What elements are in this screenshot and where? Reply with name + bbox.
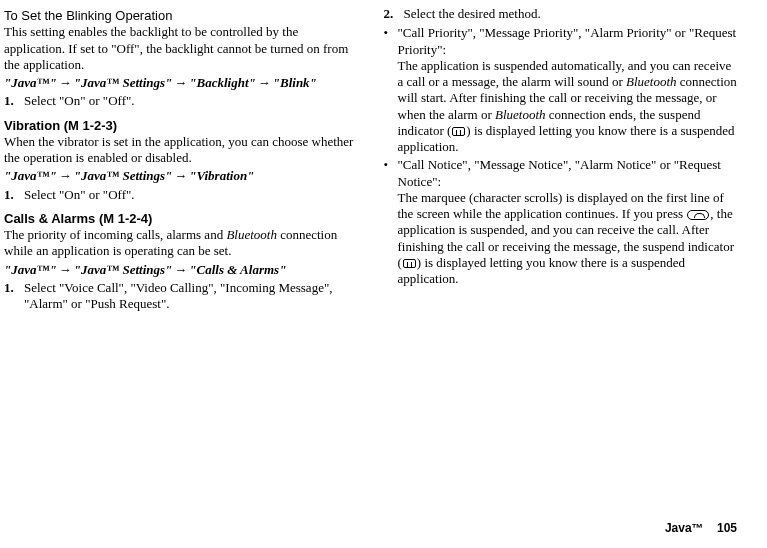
text: ) is displayed letting you know there is… (398, 255, 686, 286)
step-number: 2. (384, 6, 404, 22)
text: The priority of incoming calls, alarms a… (4, 227, 226, 242)
menu-code: (M 1-2-4) (95, 211, 152, 226)
step-number: 1. (4, 280, 24, 313)
list-item: 1. Select "On" or "Off". (4, 187, 358, 203)
heading-text: Vibration (4, 118, 60, 133)
path-seg: "Java™ Settings" (74, 168, 173, 183)
bluetooth-word: Bluetooth (626, 74, 677, 89)
path-seg: "Calls & Alarms" (189, 262, 286, 277)
blink-path: "Java™"→"Java™ Settings"→"Backlight"→"Bl… (4, 75, 358, 91)
calls-steps: 1. Select "Voice Call", "Video Calling",… (4, 280, 358, 313)
blink-title: To Set the Blinking Operation (4, 8, 358, 24)
text: "Call Priority", "Message Priority", "Al… (398, 25, 737, 56)
arrow-icon: → (57, 168, 74, 183)
arrow-icon: → (172, 262, 189, 277)
footer-label: Java™ (665, 521, 704, 535)
right-steps: 2. Select the desired method. (384, 6, 738, 22)
arrow-icon: → (172, 168, 189, 183)
suspend-icon (403, 259, 416, 268)
vibration-path: "Java™"→"Java™ Settings"→"Vibration" (4, 168, 358, 184)
call-key-icon (687, 210, 709, 220)
text: "Call Notice", "Message Notice", "Alarm … (398, 157, 721, 188)
right-column: 2. Select the desired method. • "Call Pr… (384, 6, 738, 315)
path-seg: "Java™ Settings" (74, 75, 173, 90)
step-text: Select the desired method. (404, 6, 541, 22)
bullet-icon: • (384, 25, 398, 155)
list-item: 2. Select the desired method. (384, 6, 738, 22)
heading-text: Calls & Alarms (4, 211, 95, 226)
blink-steps: 1. Select "On" or "Off". (4, 93, 358, 109)
path-seg: "Java™" (4, 262, 57, 277)
vibration-steps: 1. Select "On" or "Off". (4, 187, 358, 203)
path-seg: "Java™" (4, 75, 57, 90)
arrow-icon: → (256, 75, 273, 90)
bullet-icon: • (384, 157, 398, 287)
page-footer: Java™ 105 (665, 521, 737, 536)
menu-code: (M 1-2-3) (60, 118, 117, 133)
step-text: Select "On" or "Off". (24, 187, 135, 203)
list-item: • "Call Priority", "Message Priority", "… (384, 25, 738, 155)
arrow-icon: → (57, 262, 74, 277)
bluetooth-word: Bluetooth (495, 107, 546, 122)
step-number: 1. (4, 187, 24, 203)
vibration-desc: When the vibrator is set in the applicat… (4, 134, 358, 167)
step-number: 1. (4, 93, 24, 109)
list-item: • "Call Notice", "Message Notice", "Alar… (384, 157, 738, 287)
text: The marquee (character scrolls) is displ… (398, 190, 724, 221)
method-bullets: • "Call Priority", "Message Priority", "… (384, 25, 738, 287)
calls-path: "Java™"→"Java™ Settings"→"Calls & Alarms… (4, 262, 358, 278)
step-text: Select "On" or "Off". (24, 93, 135, 109)
path-seg: "Java™" (4, 168, 57, 183)
list-item: 1. Select "On" or "Off". (4, 93, 358, 109)
bullet-body: "Call Priority", "Message Priority", "Al… (398, 25, 738, 155)
calls-desc: The priority of incoming calls, alarms a… (4, 227, 358, 260)
left-column: To Set the Blinking Operation This setti… (4, 6, 358, 315)
suspend-icon (452, 127, 465, 136)
vibration-heading: Vibration (M 1-2-3) (4, 118, 358, 134)
path-seg: "Backlight" (189, 75, 255, 90)
calls-heading: Calls & Alarms (M 1-2-4) (4, 211, 358, 227)
list-item: 1. Select "Voice Call", "Video Calling",… (4, 280, 358, 313)
bullet-body: "Call Notice", "Message Notice", "Alarm … (398, 157, 738, 287)
arrow-icon: → (172, 75, 189, 90)
path-seg: "Java™ Settings" (74, 262, 173, 277)
step-text: Select "Voice Call", "Video Calling", "I… (24, 280, 358, 313)
path-seg: "Blink" (273, 75, 317, 90)
blink-desc: This setting enables the backlight to be… (4, 24, 358, 73)
bluetooth-word: Bluetooth (226, 227, 277, 242)
page-number: 105 (717, 521, 737, 535)
arrow-icon: → (57, 75, 74, 90)
path-seg: "Vibration" (189, 168, 254, 183)
